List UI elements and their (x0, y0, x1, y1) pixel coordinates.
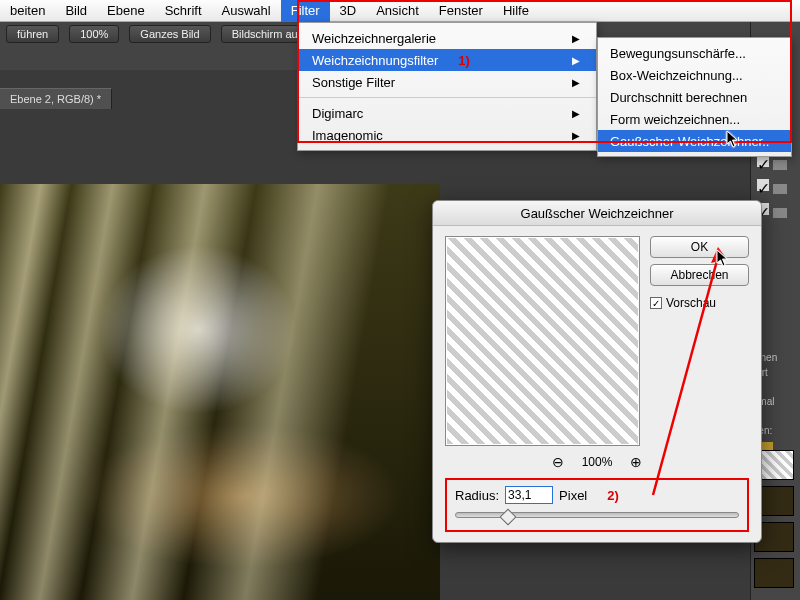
menu-item-label: Box-Weichzeichnung... (610, 68, 743, 83)
submenu-item-gaussian[interactable]: Gaußscher Weichzeichner.. (598, 130, 791, 152)
preview-checkbox[interactable]: ✓ (650, 297, 662, 309)
menu-item-sonstige-filter[interactable]: Sonstige Filter ▶ (298, 71, 596, 93)
menu-item-label: Digimarc (312, 106, 363, 121)
menu-item-weichzeichnergalerie[interactable]: Weichzeichnergalerie ▶ (298, 27, 596, 49)
zoom-value[interactable]: 100% (69, 25, 119, 43)
btn-fuehren[interactable]: führen (6, 25, 59, 43)
preview-area[interactable] (445, 236, 640, 446)
btn-ganzes-bild[interactable]: Ganzes Bild (129, 25, 210, 43)
radius-annotation-box: Radius: Pixel 2) (445, 478, 749, 532)
menu-filter[interactable]: Filter (281, 0, 330, 22)
ok-button[interactable]: OK (650, 236, 749, 258)
menu-item-label: Weichzeichnergalerie (312, 31, 436, 46)
menu-item-label: Bewegungsunschärfe... (610, 46, 746, 61)
submenu-arrow-icon: ▶ (572, 108, 580, 119)
submenu-arrow-icon: ▶ (572, 130, 580, 141)
submenu-item[interactable]: Form weichzeichnen... (598, 108, 791, 130)
menu-separator (298, 97, 596, 98)
radius-input[interactable] (505, 486, 553, 504)
preview-label: Vorschau (666, 296, 716, 310)
menu-3d[interactable]: 3D (330, 0, 367, 22)
menu-item-digimarc[interactable]: Digimarc ▶ (298, 102, 596, 124)
zoom-out-icon[interactable]: ⊖ (552, 454, 564, 470)
menu-bearbeiten[interactable]: beiten (0, 0, 55, 22)
submenu-arrow-icon: ▶ (572, 33, 580, 44)
cancel-button[interactable]: Abbrechen (650, 264, 749, 286)
menu-bild[interactable]: Bild (55, 0, 97, 22)
dialog-title: Gaußscher Weichzeichner (433, 201, 761, 226)
submenu-arrow-icon: ▶ (572, 77, 580, 88)
menu-auswahl[interactable]: Auswahl (212, 0, 281, 22)
menu-schrift[interactable]: Schrift (155, 0, 212, 22)
blur-submenu: Bewegungsunschärfe... Box-Weichzeichnung… (597, 37, 792, 157)
gaussian-blur-dialog: Gaußscher Weichzeichner OK Abbrechen ✓ V… (432, 200, 762, 543)
layer-visibility-check[interactable]: ✓ (757, 179, 769, 191)
filter-dropdown: Weichzeichnergalerie ▶ Weichzeichnungsfi… (297, 22, 597, 151)
annotation-2: 2) (607, 488, 619, 503)
menu-item-label: Sonstige Filter (312, 75, 395, 90)
document-tab[interactable]: Ebene 2, RGB/8) * (0, 88, 112, 109)
radius-slider[interactable] (455, 512, 739, 518)
menu-item-label: Durchschnitt berechnen (610, 90, 747, 105)
submenu-item[interactable]: Durchschnitt berechnen (598, 86, 791, 108)
submenu-item[interactable]: Box-Weichzeichnung... (598, 64, 791, 86)
menu-ansicht[interactable]: Ansicht (366, 0, 429, 22)
menu-item-imagenomic[interactable]: Imagenomic ▶ (298, 124, 596, 146)
menu-item-label: Form weichzeichnen... (610, 112, 740, 127)
menu-item-label: Imagenomic (312, 128, 383, 143)
annotation-1: 1) (458, 53, 470, 68)
submenu-item[interactable]: Bewegungsunschärfe... (598, 42, 791, 64)
canvas-area[interactable] (0, 184, 440, 600)
menu-item-weichzeichnungsfilter[interactable]: Weichzeichnungsfilter 1) ▶ (298, 49, 596, 71)
menu-fenster[interactable]: Fenster (429, 0, 493, 22)
menu-bar: beiten Bild Ebene Schrift Auswahl Filter… (0, 0, 800, 22)
submenu-arrow-icon: ▶ (572, 55, 580, 66)
menu-item-label: Gaußscher Weichzeichner.. (610, 134, 769, 149)
menu-hilfe[interactable]: Hilfe (493, 0, 539, 22)
zoom-in-icon[interactable]: ⊕ (630, 454, 642, 470)
layer-thumb[interactable] (754, 558, 794, 588)
radius-unit: Pixel (559, 488, 587, 503)
menu-ebene[interactable]: Ebene (97, 0, 155, 22)
radius-label: Radius: (455, 488, 499, 503)
zoom-percent: 100% (582, 455, 613, 469)
slider-thumb[interactable] (500, 509, 517, 526)
menu-item-label: Weichzeichnungsfilter (312, 53, 438, 68)
